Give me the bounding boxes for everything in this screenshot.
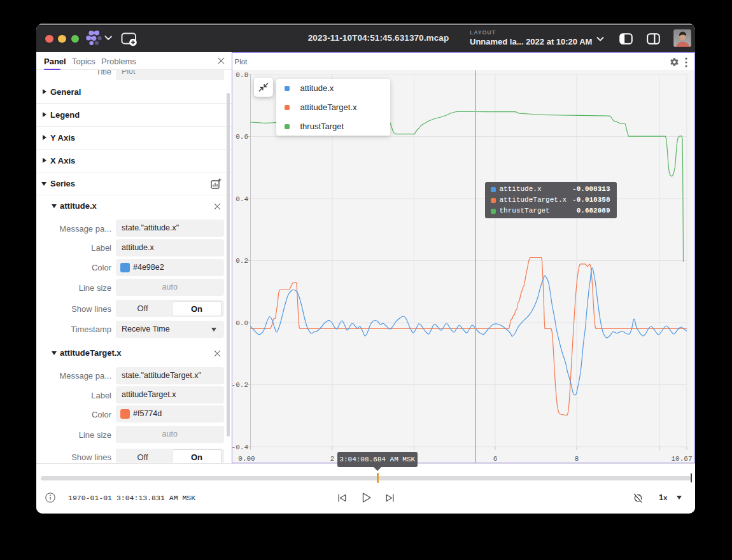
- svg-text:0.8: 0.8: [236, 71, 248, 78]
- svg-text:8: 8: [574, 454, 579, 462]
- svg-text:0.00: 0.00: [238, 454, 255, 462]
- svg-text:6: 6: [493, 454, 497, 462]
- svg-text:0.4: 0.4: [236, 195, 248, 202]
- svg-text:-0.2: -0.2: [232, 381, 248, 389]
- svg-text:2: 2: [330, 454, 334, 462]
- svg-text:0.0: 0.0: [236, 319, 248, 326]
- svg-text:-0.4: -0.4: [232, 443, 248, 451]
- svg-text:0.2: 0.2: [236, 257, 248, 265]
- svg-text:0.6: 0.6: [236, 133, 248, 141]
- svg-text:10.67: 10.67: [671, 454, 692, 462]
